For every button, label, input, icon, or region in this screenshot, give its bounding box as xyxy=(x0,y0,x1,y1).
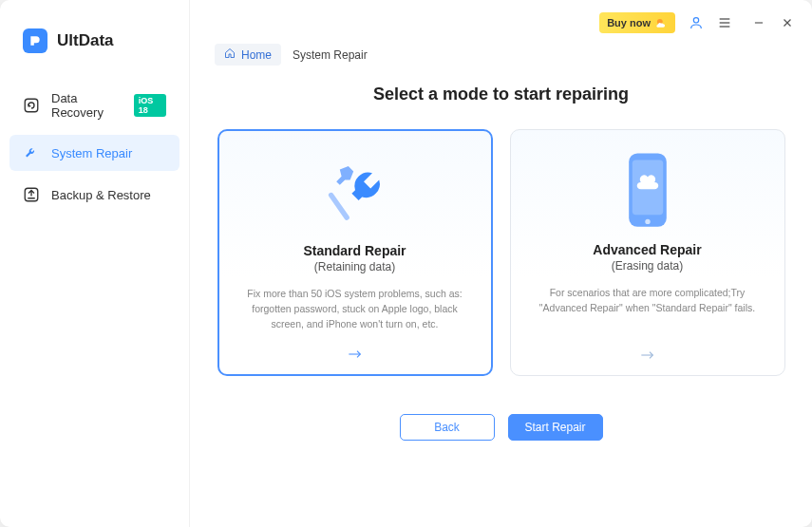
advanced-repair-illustration xyxy=(528,147,767,235)
card-subtitle: (Erasing data) xyxy=(612,259,683,273)
brand: UltData xyxy=(9,28,179,53)
card-description: Fix more than 50 iOS system problems, su… xyxy=(236,287,474,331)
buy-now-label: Buy now xyxy=(607,17,651,28)
sidebar: UltData Data Recovery iOS 18 System Repa… xyxy=(0,0,190,527)
breadcrumb-home-label: Home xyxy=(241,48,272,62)
backup-icon xyxy=(23,186,40,203)
user-icon[interactable] xyxy=(689,15,704,30)
back-button-label: Back xyxy=(434,421,460,434)
card-title: Advanced Repair xyxy=(593,242,701,257)
standard-repair-illustration xyxy=(236,148,474,235)
brand-logo-icon xyxy=(23,28,47,53)
arrow-right-icon xyxy=(640,348,655,364)
breadcrumb-home[interactable]: Home xyxy=(215,44,281,66)
sidebar-item-backup-restore[interactable]: Backup & Restore xyxy=(9,177,179,213)
svg-rect-0 xyxy=(25,99,38,112)
app-window: UltData Data Recovery iOS 18 System Repa… xyxy=(0,0,812,527)
start-repair-label: Start Repair xyxy=(524,421,585,434)
page-title: Select a mode to start repairing xyxy=(190,85,812,104)
svg-point-14 xyxy=(645,219,650,224)
svg-point-3 xyxy=(693,18,698,23)
svg-rect-10 xyxy=(327,192,349,221)
card-description: For scenarios that are more complicated;… xyxy=(528,286,767,316)
weather-icon xyxy=(654,16,668,29)
sidebar-item-system-repair[interactable]: System Repair xyxy=(9,135,179,171)
menu-icon[interactable] xyxy=(717,15,732,30)
card-advanced-repair[interactable]: Advanced Repair (Erasing data) For scena… xyxy=(510,129,785,376)
card-subtitle: (Retaining data) xyxy=(314,260,395,273)
back-button[interactable]: Back xyxy=(400,414,495,441)
sidebar-item-label: Backup & Restore xyxy=(51,188,151,202)
sidebar-item-data-recovery[interactable]: Data Recovery iOS 18 xyxy=(9,82,179,129)
start-repair-button[interactable]: Start Repair xyxy=(508,414,603,441)
breadcrumb: Home System Repair xyxy=(190,34,812,66)
titlebar: Buy now xyxy=(190,0,812,34)
minimize-icon[interactable] xyxy=(751,15,766,30)
ios-badge: iOS 18 xyxy=(134,94,166,117)
main-panel: Buy now Home xyxy=(190,0,812,527)
breadcrumb-current: System Repair xyxy=(293,48,368,62)
mode-cards: Standard Repair (Retaining data) Fix mor… xyxy=(190,129,812,376)
sidebar-item-label: System Repair xyxy=(51,146,132,160)
buy-now-button[interactable]: Buy now xyxy=(599,12,675,33)
home-icon xyxy=(224,47,236,62)
close-icon[interactable] xyxy=(780,15,795,30)
card-title: Standard Repair xyxy=(303,243,406,258)
arrow-right-icon xyxy=(348,348,363,363)
brand-name: UltData xyxy=(57,31,114,50)
recovery-icon xyxy=(23,97,40,114)
card-standard-repair[interactable]: Standard Repair (Retaining data) Fix mor… xyxy=(217,129,493,376)
sidebar-item-label: Data Recovery xyxy=(51,91,123,120)
footer-buttons: Back Start Repair xyxy=(190,414,812,441)
wrench-icon xyxy=(23,144,40,161)
